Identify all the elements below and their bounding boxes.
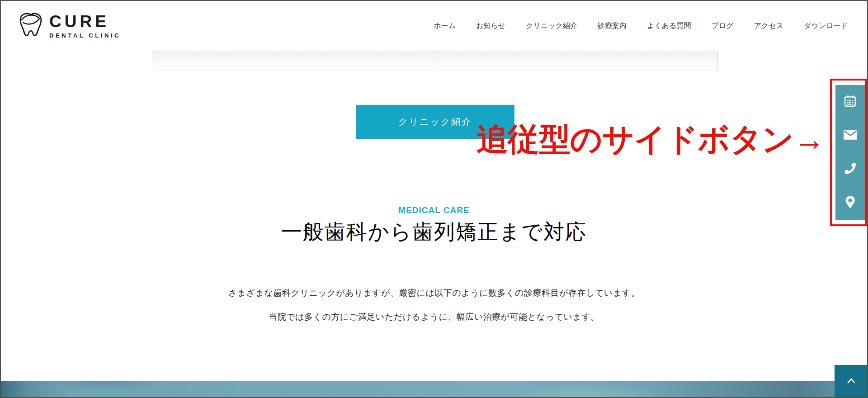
back-to-top-button[interactable] xyxy=(835,365,868,398)
floating-side-panel xyxy=(835,85,865,220)
side-button-contact[interactable] xyxy=(835,119,865,153)
section-paragraph-2: 当院では多くの方にご満足いただけるように、幅広い治療が可能となっています。 xyxy=(1,311,867,323)
main-nav: ホーム お知らせ クリニック紹介 診療案内 よくある質問 ブログ アクセス ダウ… xyxy=(434,21,848,31)
nav-item-blog[interactable]: ブログ xyxy=(712,21,734,31)
annotation-text: 追従型のサイドボタン→ xyxy=(476,121,825,158)
nav-item-news[interactable]: お知らせ xyxy=(476,21,505,31)
tooth-icon xyxy=(18,12,43,40)
phone-icon xyxy=(844,163,856,176)
section-paragraph-1: さまざまな歯科クリニックがありますが、厳密には以下のように数多くの診療科目が存在… xyxy=(1,287,867,299)
clinic-photo-strip xyxy=(1,381,867,397)
nav-item-access[interactable]: アクセス xyxy=(754,21,784,31)
site-header: CURE DENTAL CLINIC ホーム お知らせ クリニック紹介 診療案内… xyxy=(1,1,867,51)
side-button-phone[interactable] xyxy=(835,152,865,186)
calendar-icon xyxy=(844,95,856,109)
table-cell-right xyxy=(435,51,718,71)
side-button-access[interactable] xyxy=(835,186,865,220)
nav-item-download[interactable]: ダウンロード xyxy=(804,21,848,31)
brand-subtitle: DENTAL CLINIC xyxy=(49,33,121,38)
location-icon xyxy=(845,196,855,210)
table-fragment xyxy=(152,51,718,71)
section-title: 一般歯科から歯列矯正まで対応 xyxy=(1,218,867,246)
page: CURE DENTAL CLINIC ホーム お知らせ クリニック紹介 診療案内… xyxy=(0,0,868,398)
chevron-up-icon xyxy=(846,377,857,386)
brand-name: CURE xyxy=(49,13,121,30)
nav-item-home[interactable]: ホーム xyxy=(434,21,456,31)
side-button-reservation[interactable] xyxy=(835,85,865,119)
table-cell-left xyxy=(152,51,435,71)
logo-text: CURE DENTAL CLINIC xyxy=(49,13,121,38)
section-eyebrow: MEDICAL CARE xyxy=(1,205,867,215)
nav-item-clinic[interactable]: クリニック紹介 xyxy=(526,21,577,31)
site-logo[interactable]: CURE DENTAL CLINIC xyxy=(18,12,121,40)
mail-icon xyxy=(844,130,857,142)
nav-item-treatment[interactable]: 診療案内 xyxy=(598,21,627,31)
nav-item-faq[interactable]: よくある質問 xyxy=(647,21,691,31)
